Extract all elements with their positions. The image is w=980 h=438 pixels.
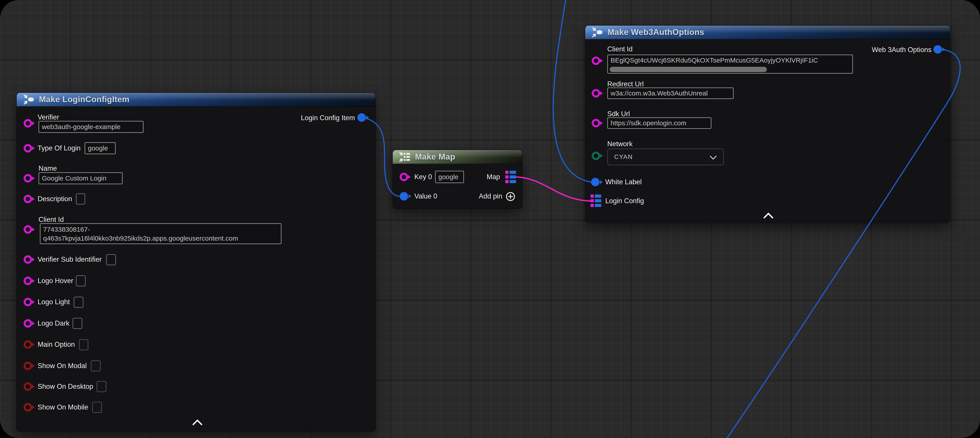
login-config-item-output-label: Login Config Item (301, 114, 355, 122)
name-input[interactable]: Google Custom Login (38, 172, 123, 184)
network-pin[interactable] (592, 151, 600, 160)
redirect-url-input[interactable]: w3a://com.w3a.Web3AuthUnreal (607, 88, 733, 99)
client-id-line1: 774338308167- (43, 226, 90, 233)
map-output-pin[interactable] (505, 170, 517, 183)
login-config-pin[interactable] (590, 194, 602, 207)
client-id-input[interactable]: 774338308167- q463s7kpvja16l4l0kko3nb925… (40, 223, 282, 244)
logo-light-input[interactable] (74, 297, 83, 308)
description-label: Description (38, 195, 72, 203)
verifier-sub-identifier-pin[interactable] (24, 255, 32, 264)
node-title: Make LoginConfigItem (39, 95, 129, 104)
client-id-label: Client Id (38, 216, 64, 224)
redirect-url-pin[interactable] (592, 89, 600, 97)
type-of-login-pin[interactable] (24, 144, 32, 153)
logo-dark-pin[interactable] (24, 319, 32, 328)
key0-label: Key 0 (414, 173, 432, 181)
show-on-mobile-pin[interactable] (24, 403, 32, 411)
node-title: Make Web3AuthOptions (608, 28, 704, 37)
map-output-label: Map (487, 173, 500, 181)
main-option-checkbox[interactable] (79, 339, 88, 350)
client-id-label: Client Id (607, 45, 633, 53)
client-id-input[interactable]: BEglQSgt4cUWcj6SKRdu5QkOXTsePmMcusG5EAoy… (607, 54, 853, 74)
graph-canvas[interactable]: Make LoginConfigItem Verifier web3auth-g… (0, 0, 980, 438)
value0-pin[interactable] (400, 192, 408, 201)
make-struct-icon (590, 26, 603, 39)
login-config-label: Login Config (605, 197, 644, 205)
show-on-modal-label: Show On Modal (38, 362, 87, 370)
wire-offscreen-to-whitelabel[interactable] (553, 0, 590, 182)
collapse-node-button[interactable] (763, 213, 773, 223)
redirect-url-label: Redirect Url (607, 80, 644, 88)
logo-hover-pin[interactable] (24, 277, 32, 285)
network-selected-value: CYAN (614, 153, 633, 161)
name-pin[interactable] (24, 174, 32, 183)
logo-dark-label: Logo Dark (38, 319, 69, 327)
client-id-scrollbar[interactable] (610, 67, 767, 72)
node-header-make-map[interactable]: Make Map (393, 150, 522, 164)
verifier-input[interactable]: web3auth-google-example (38, 121, 143, 133)
key0-pin[interactable] (400, 173, 408, 181)
logo-hover-label: Logo Hover (38, 277, 73, 285)
web3auth-options-output-pin[interactable] (934, 45, 942, 54)
show-on-mobile-label: Show On Mobile (38, 403, 88, 411)
type-of-login-input[interactable]: google (84, 142, 116, 154)
verifier-sub-identifier-label: Verifier Sub Identifier (38, 255, 102, 263)
logo-light-pin[interactable] (24, 298, 32, 306)
blueprint-editor: Make LoginConfigItem Verifier web3auth-g… (0, 0, 980, 438)
login-config-item-output-pin[interactable] (357, 113, 366, 122)
chevron-down-icon (710, 153, 716, 159)
wire-map-to-loginconfig[interactable] (517, 177, 590, 201)
show-on-desktop-pin[interactable] (24, 382, 32, 391)
description-input[interactable] (76, 193, 85, 204)
logo-hover-input[interactable] (76, 275, 86, 287)
main-option-label: Main Option (38, 341, 75, 349)
value0-label: Value 0 (414, 192, 437, 200)
collapse-node-button[interactable] (192, 419, 202, 429)
sdk-url-pin[interactable] (592, 119, 600, 127)
make-map-icon (398, 150, 411, 163)
description-pin[interactable] (24, 195, 32, 203)
key0-input[interactable]: google (435, 171, 464, 183)
node-make-map[interactable]: Make Map Key 0 google Map Value 0 Add pi… (393, 150, 522, 209)
logo-dark-input[interactable] (73, 318, 82, 329)
add-pin-button[interactable] (505, 191, 515, 202)
show-on-mobile-checkbox[interactable] (92, 402, 102, 413)
show-on-desktop-label: Show On Desktop (38, 382, 93, 390)
show-on-desktop-checkbox[interactable] (97, 381, 107, 392)
node-header-make-loginconfigitem[interactable]: Make LoginConfigItem (17, 93, 375, 107)
show-on-modal-checkbox[interactable] (91, 360, 100, 371)
sdk-url-label: Sdk Url (607, 110, 630, 118)
node-title: Make Map (415, 152, 455, 162)
sdk-url-input[interactable]: https://sdk.openlogin.com (607, 117, 711, 129)
white-label-pin[interactable] (591, 178, 600, 186)
verifier-sub-identifier-input[interactable] (106, 254, 116, 265)
client-id-pin[interactable] (592, 57, 600, 65)
client-id-pin[interactable] (24, 225, 32, 234)
type-of-login-label: Type Of Login (38, 144, 81, 152)
web3auth-options-output-label: Web 3Auth Options (872, 46, 931, 54)
network-dropdown[interactable]: CYAN (607, 148, 724, 166)
client-id-value: BEglQSgt4cUWcj6SKRdu5QkOXTsePmMcusG5EAoy… (611, 57, 818, 64)
main-option-pin[interactable] (24, 340, 32, 349)
node-header-make-web3authoptions[interactable]: Make Web3AuthOptions (585, 25, 950, 40)
make-struct-icon (22, 93, 35, 106)
verifier-pin[interactable] (24, 119, 32, 127)
network-label: Network (607, 140, 633, 148)
node-make-loginconfigitem[interactable]: Make LoginConfigItem Verifier web3auth-g… (17, 93, 375, 431)
white-label-label: White Label (605, 178, 642, 186)
name-label: Name (38, 164, 57, 172)
client-id-line2: q463s7kpvja16l4l0kko3nb925ikds2p.apps.go… (43, 234, 238, 242)
show-on-modal-pin[interactable] (24, 362, 32, 370)
logo-light-label: Logo Light (38, 298, 70, 306)
add-pin-label: Add pin (479, 192, 502, 200)
node-make-web3authoptions[interactable]: Make Web3AuthOptions Client Id BEglQSgt4… (585, 25, 950, 223)
verifier-label: Verifier (38, 113, 59, 121)
